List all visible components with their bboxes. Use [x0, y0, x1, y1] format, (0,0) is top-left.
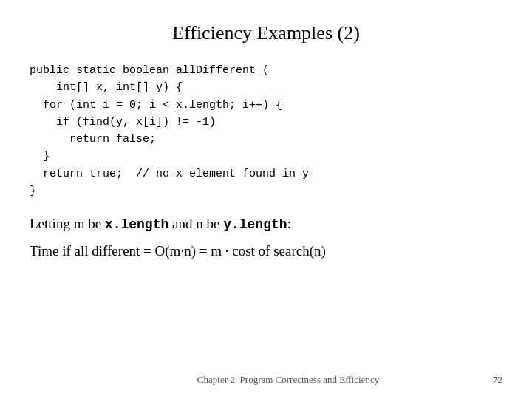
footer: Chapter 2: Program Correctness and Effic… [0, 374, 532, 386]
text1-code1: x.length [105, 217, 168, 232]
text1-suffix: : [287, 216, 291, 231]
footer-label: Chapter 2: Program Correctness and Effic… [44, 374, 532, 386]
text-line-1: Letting m be x.length and n be y.length: [30, 213, 502, 236]
code-line-7: return true; // no x element found in y [30, 168, 309, 180]
code-line-6: } [30, 150, 50, 163]
slide: Efficiency Examples (2) public static bo… [0, 0, 532, 399]
footer-page: 72 [493, 374, 502, 386]
code-line-8: } [30, 185, 36, 197]
code-line-1: public static boolean allDifferent ( [30, 64, 269, 77]
code-line-2: int[] x, int[] y) { [30, 81, 183, 94]
text-line-2: Time if all different = O(m·n) = m · cos… [30, 240, 502, 262]
code-line-5: return false; [30, 133, 156, 146]
code-line-4: if (find(y, x[i]) != -1) [30, 116, 216, 129]
slide-title: Efficiency Examples (2) [30, 22, 502, 44]
code-line-3: for (int i = 0; i < x.length; i++) { [30, 99, 282, 112]
text1-code2: y.length [223, 217, 287, 232]
text1-prefix: Letting m be [30, 216, 105, 231]
code-block: public static boolean allDifferent ( int… [30, 62, 502, 200]
text1-mid: and n be [168, 216, 223, 231]
